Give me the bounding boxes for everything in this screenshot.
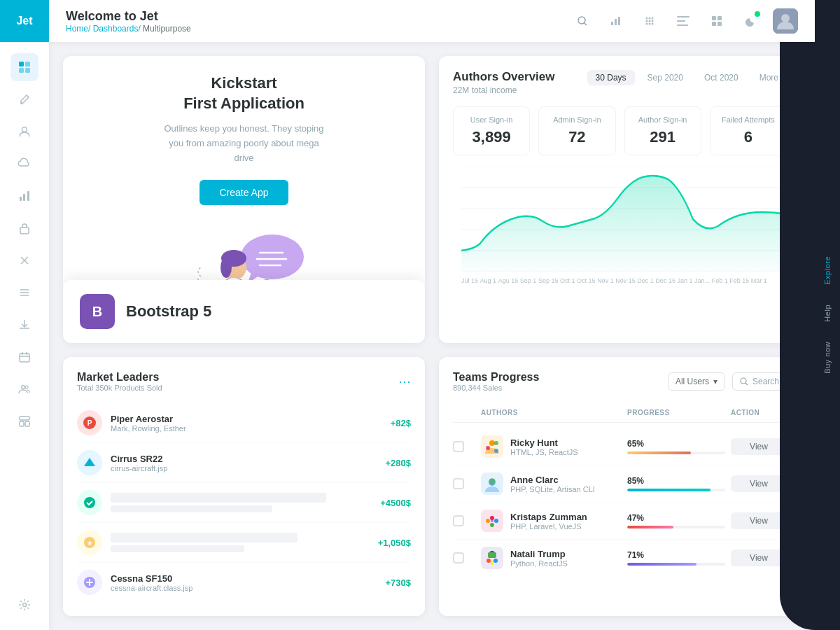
sidebar-item-cloud[interactable]	[10, 150, 38, 178]
user-icon	[18, 125, 31, 138]
cirrus-value: +280$	[385, 458, 411, 468]
svg-point-47	[241, 234, 304, 279]
svg-point-99	[486, 559, 491, 563]
period-tab-sep[interactable]: Sep 2020	[639, 70, 692, 85]
ricky-text: Ricky Hunt HTML, JS, ReactJS	[510, 438, 578, 456]
teams-search-box[interactable]: Search	[732, 372, 787, 391]
svg-point-33	[649, 20, 651, 22]
sidebar-item-team[interactable]	[10, 375, 38, 403]
svg-rect-98	[488, 552, 496, 558]
piper-value: +82$	[391, 418, 411, 428]
menu-button[interactable]	[672, 10, 694, 32]
stat-admin-signin-value: 72	[547, 128, 606, 146]
chart-section: 42 39 36 33 30 27	[453, 167, 787, 284]
row-checkbox-anne[interactable]	[453, 478, 464, 489]
create-app-button[interactable]: Create App	[200, 180, 288, 205]
row-checkbox-ricky[interactable]	[453, 441, 464, 452]
x-feb15: Feb 15	[729, 277, 749, 284]
sidebar-logo[interactable]: Jet	[0, 0, 49, 42]
anne-progress: 85%	[627, 476, 725, 491]
x-oct1: Oct 1	[560, 277, 575, 284]
piper-icon: P	[83, 416, 97, 430]
stat-user-signin-value: 3,899	[462, 128, 521, 146]
svg-rect-44	[718, 22, 722, 26]
x-nov15: Nov 15	[615, 277, 636, 284]
svg-point-18	[22, 386, 25, 389]
sidebar-item-close[interactable]	[10, 246, 38, 274]
grid-toggle-button[interactable]	[638, 10, 661, 32]
sidebar-item-chart[interactable]	[10, 182, 38, 210]
svg-text:P: P	[88, 419, 92, 427]
row-checkbox-natali[interactable]	[453, 552, 464, 564]
kristaps-name: Kristaps Zumman	[510, 512, 587, 522]
stat-failed-attempts-label: Failed Attempts	[719, 115, 778, 124]
cessna-icon	[83, 575, 97, 589]
cirrus-logo	[77, 450, 102, 475]
period-tab-oct[interactable]: Oct 2020	[696, 70, 747, 85]
list-icon	[18, 286, 31, 299]
kristaps-view-button[interactable]: View	[731, 512, 787, 529]
kristaps-text: Kristaps Zumman PHP, Laravel, VueJS	[510, 512, 587, 531]
svg-text:★: ★	[87, 540, 93, 547]
period-tab-30days[interactable]: 30 Days	[587, 70, 635, 85]
anne-bar-bg	[627, 489, 725, 491]
stat-user-signin-label: User Sign-in	[462, 115, 521, 124]
sidebar-item-lock[interactable]	[10, 214, 38, 242]
x-sep15: Sep 15	[538, 277, 559, 284]
sidebar-item-grid[interactable]	[10, 53, 38, 81]
authors-overview-card: Authors Overview 22M total income 30 Day…	[439, 56, 801, 343]
svg-rect-3	[25, 68, 30, 73]
market-more-button[interactable]: ⋯	[398, 374, 411, 389]
svg-rect-41	[712, 16, 716, 20]
help-button[interactable]: Help	[819, 296, 836, 330]
anne-view-button[interactable]: View	[731, 475, 787, 492]
x-dec15: Dec 15	[655, 277, 676, 284]
svg-point-54	[220, 257, 232, 278]
svg-rect-101	[491, 561, 493, 565]
natali-avatar	[481, 547, 503, 569]
ricky-view-button[interactable]: View	[731, 438, 787, 455]
ricky-bar-bg	[627, 451, 725, 454]
teams-title: Teams Progress	[453, 371, 539, 384]
item3-icon	[83, 496, 97, 510]
svg-rect-2	[19, 68, 24, 73]
apps-button[interactable]	[706, 10, 728, 32]
item4-info	[111, 533, 378, 552]
market-title-section: Market Leaders Total 350k Products Sold	[77, 371, 162, 392]
user-avatar[interactable]	[773, 8, 798, 34]
period-tabs: 30 Days Sep 2020 Oct 2020 More	[587, 70, 787, 85]
sidebar-item-user[interactable]	[10, 118, 38, 146]
search-button[interactable]	[571, 10, 594, 32]
svg-rect-26	[611, 22, 613, 25]
kristaps-bar-fill	[627, 526, 673, 528]
teams-table-header: AUTHORS PROGRESS ACTION	[453, 403, 787, 423]
sidebar-item-download[interactable]	[10, 311, 38, 339]
natali-skills: Python, ReactJS	[510, 559, 568, 568]
buy-now-button[interactable]: Buy now	[819, 333, 836, 382]
analytics-button[interactable]	[605, 10, 627, 32]
chart-x-labels: Jul 15 Aug 1 Agu 15 Sep 1 Sep 15 Oct 1 O…	[461, 274, 787, 284]
natali-view-button[interactable]: View	[731, 550, 787, 566]
sidebar-item-settings[interactable]	[10, 591, 38, 619]
svg-rect-7	[27, 191, 29, 201]
sidebar-item-brush[interactable]	[10, 85, 38, 113]
all-users-dropdown[interactable]: All Users ▾	[668, 372, 725, 391]
cessna-logo	[77, 570, 102, 595]
breadcrumb-home[interactable]: Home/	[66, 24, 90, 34]
svg-point-23	[23, 603, 27, 607]
explore-button[interactable]: Explore	[819, 248, 836, 293]
sidebar-item-layout[interactable]	[10, 407, 38, 435]
author-info-kristaps: Kristaps Zumman PHP, Laravel, VueJS	[481, 510, 622, 532]
svg-point-86	[486, 446, 490, 450]
col-checkbox	[453, 409, 475, 416]
cirrus-icon	[83, 456, 97, 470]
sidebar-item-list[interactable]	[10, 279, 38, 307]
piper-name: Piper Aerostar	[111, 414, 391, 424]
sidebar-item-calendar[interactable]	[10, 343, 38, 371]
svg-point-32	[646, 20, 648, 22]
x-nov1: Nov 1	[597, 277, 614, 284]
row-checkbox-kristaps[interactable]	[453, 515, 464, 526]
breadcrumb-dashboards[interactable]: Dashboards/	[93, 24, 141, 34]
cessna-owners: cessna-aircraft.class.jsp	[111, 584, 385, 592]
theme-toggle-button[interactable]	[739, 10, 762, 32]
